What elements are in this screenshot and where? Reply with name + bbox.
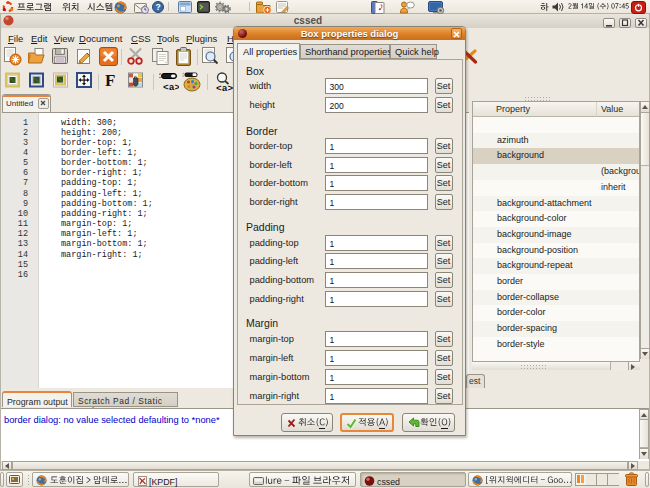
svg-text:<a>: <a>	[216, 83, 233, 93]
svg-text:<a>: <a>	[163, 82, 179, 92]
svg-text:?: ?	[155, 2, 160, 12]
